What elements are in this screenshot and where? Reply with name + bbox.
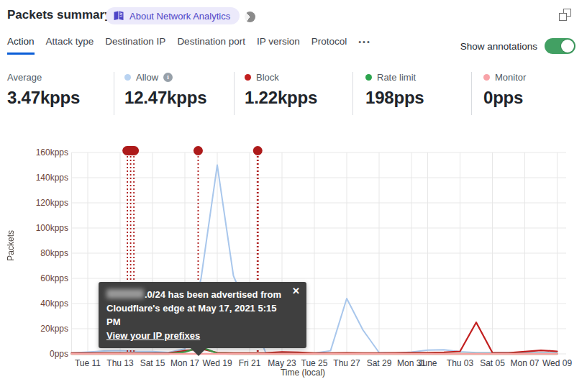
svg-text:Sat 15: Sat 15 xyxy=(140,358,165,368)
book-icon xyxy=(113,11,124,21)
y-axis-title: Packets xyxy=(6,230,16,261)
chart-canvas[interactable]: 0pps20kpps40kpps60kpps80kpps100kpps120kp… xyxy=(0,137,587,392)
svg-text:100kpps: 100kpps xyxy=(36,223,68,233)
stat-monitor: Monitor 0pps xyxy=(483,71,526,108)
svg-text:May 23: May 23 xyxy=(268,358,296,368)
tab-destination-ip[interactable]: Destination IP xyxy=(105,36,165,53)
close-icon[interactable]: ✕ xyxy=(292,286,300,296)
packets-time-series-chart[interactable]: 0pps20kpps40kpps60kpps80kpps100kpps120kp… xyxy=(0,137,587,392)
svg-text:Fri 21: Fri 21 xyxy=(239,358,261,368)
tab-action[interactable]: Action xyxy=(7,36,35,55)
svg-text:Wed 19: Wed 19 xyxy=(202,358,232,368)
svg-text:Tue 11: Tue 11 xyxy=(75,358,101,368)
svg-text:Wed 09: Wed 09 xyxy=(542,358,572,368)
divider xyxy=(471,72,472,115)
rate-limit-dot xyxy=(365,74,372,81)
annotation-tooltip: ✕ .0/24 has been advertised from Cloudfl… xyxy=(99,282,306,348)
divider xyxy=(352,72,353,115)
stat-rate-limit: Rate limit 198pps xyxy=(365,71,424,108)
svg-text:120kpps: 120kpps xyxy=(36,198,68,208)
monitor-dot xyxy=(483,74,490,81)
stat-value: 0pps xyxy=(483,88,526,108)
stat-label: Rate limit xyxy=(377,72,416,83)
svg-text:60kpps: 60kpps xyxy=(40,273,68,283)
stat-label: Average xyxy=(7,72,42,83)
stat-value: 1.22kpps xyxy=(245,88,317,108)
info-icon[interactable]: i xyxy=(163,73,173,82)
svg-text:40kpps: 40kpps xyxy=(40,298,68,309)
tab-attack-type[interactable]: Attack type xyxy=(46,36,94,53)
svg-text:Mon 07: Mon 07 xyxy=(510,358,539,368)
svg-text:Mon 17: Mon 17 xyxy=(170,358,199,368)
stat-label: Monitor xyxy=(495,72,526,83)
badge-label: About Network Analytics xyxy=(129,11,230,22)
copy-window-icon[interactable] xyxy=(559,9,571,21)
tab-destination-port[interactable]: Destination port xyxy=(177,36,245,53)
stat-block: Block 1.22kpps xyxy=(245,71,317,108)
usage-pie-icon[interactable] xyxy=(245,12,255,22)
tab-ip-version[interactable]: IP version xyxy=(257,36,300,53)
divider xyxy=(234,72,235,115)
show-annotations-toggle[interactable] xyxy=(545,38,575,54)
svg-text:140kpps: 140kpps xyxy=(36,173,68,183)
allow-dot xyxy=(124,74,131,81)
block-dot xyxy=(245,74,251,81)
svg-text:20kpps: 20kpps xyxy=(40,324,68,334)
svg-text:Sat 05: Sat 05 xyxy=(480,358,505,368)
stat-label: Allow xyxy=(136,72,158,83)
dimension-tabs: Action Attack type Destination IP Destin… xyxy=(7,36,371,55)
divider xyxy=(114,72,114,115)
svg-text:Thu 27: Thu 27 xyxy=(333,358,360,368)
svg-text:Thu 13: Thu 13 xyxy=(106,358,134,368)
tooltip-caret xyxy=(191,348,206,356)
stat-allow: Allow i 12.47kpps xyxy=(124,71,206,108)
more-tabs-ellipsis-icon[interactable]: ••• xyxy=(358,36,371,52)
tab-protocol[interactable]: Protocol xyxy=(311,36,347,53)
show-annotations-label: Show annotations xyxy=(460,41,537,52)
svg-text:0pps: 0pps xyxy=(50,349,68,359)
view-ip-prefixes-link[interactable]: View your IP prefixes xyxy=(106,330,200,341)
stat-label: Block xyxy=(256,72,279,83)
tooltip-line2: Cloudflare's edge at May 17, 2021 5:15 P… xyxy=(106,301,288,329)
svg-text:June: June xyxy=(418,358,437,368)
stat-value: 12.47kpps xyxy=(124,88,206,108)
stat-average: Average 3.47kpps xyxy=(7,71,80,108)
svg-text:80kpps: 80kpps xyxy=(40,248,68,258)
svg-text:Thu 03: Thu 03 xyxy=(447,358,474,368)
x-axis-title: Time (local) xyxy=(267,368,339,378)
page-title: Packets summary xyxy=(7,8,112,22)
stat-value: 3.47kpps xyxy=(7,88,80,108)
svg-text:160kpps: 160kpps xyxy=(36,147,68,158)
tooltip-line1: .0/24 has been advertised from xyxy=(106,288,288,301)
svg-text:Sat 29: Sat 29 xyxy=(367,358,392,368)
redacted-ip-blur xyxy=(106,289,144,298)
stat-value: 198pps xyxy=(365,88,424,108)
about-network-analytics-badge[interactable]: About Network Analytics xyxy=(106,7,240,24)
svg-text:Tue 25: Tue 25 xyxy=(301,358,328,368)
packets-summary-widget: Packets summary About Network Analytics … xyxy=(0,0,587,392)
